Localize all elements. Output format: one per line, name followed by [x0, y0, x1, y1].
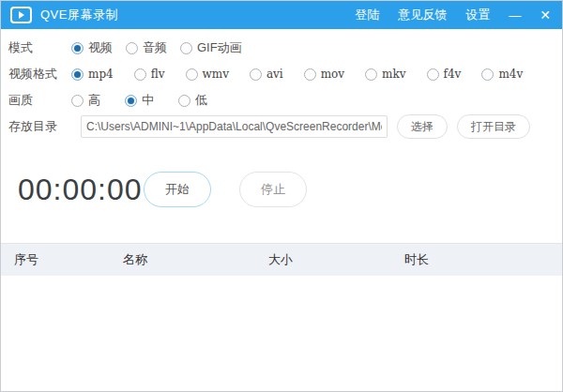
radio-label: 中	[142, 92, 154, 109]
radio-format-mov[interactable]: mov	[304, 68, 344, 81]
radio-label: 高	[88, 92, 100, 109]
titlebar: QVE屏幕录制 登陆 意见反馈 设置 — ✕	[1, 1, 562, 29]
radio-format-wmv[interactable]: wmv	[186, 68, 229, 81]
radio-circle-icon	[304, 68, 316, 81]
main-content: 模式 视频 音频 GIF动画 视频格式	[1, 29, 562, 207]
app-window: QVE屏幕录制 登陆 意见反馈 设置 — ✕ 模式 视频 音频 GIF动画	[0, 0, 563, 392]
login-link[interactable]: 登陆	[355, 7, 379, 23]
column-header-name: 名称	[123, 251, 268, 268]
directory-row: 存放目录 选择 打开目录	[8, 113, 562, 140]
choose-directory-button[interactable]: 选择	[397, 114, 448, 139]
radio-format-mp4[interactable]: mp4	[71, 68, 114, 81]
radio-label: flv	[151, 68, 165, 81]
column-header-index: 序号	[14, 251, 123, 268]
radio-circle-icon	[178, 95, 190, 107]
quality-radio-group: 高 中 低	[71, 92, 232, 109]
play-triangle-icon	[19, 11, 24, 19]
radio-mode-video[interactable]: 视频	[71, 39, 113, 56]
radio-circle-icon	[126, 42, 138, 54]
window-title: QVE屏幕录制	[40, 7, 118, 23]
mode-label: 模式	[8, 39, 71, 56]
stop-button[interactable]: 停止	[239, 172, 307, 207]
radio-circle-icon	[134, 68, 146, 81]
radio-label: 音频	[143, 39, 167, 56]
radio-format-mkv[interactable]: mkv	[365, 68, 405, 81]
radio-label: m4v	[498, 68, 523, 81]
radio-circle-icon	[427, 68, 439, 81]
radio-circle-icon	[180, 42, 192, 54]
quality-row: 画质 高 中 低	[8, 87, 562, 113]
radio-circle-icon	[125, 95, 137, 107]
close-button[interactable]: ✕	[540, 8, 551, 22]
radio-label: 低	[195, 92, 207, 109]
radio-label: f4v	[444, 68, 462, 81]
column-header-duration: 时长	[404, 251, 562, 268]
format-radio-group: mp4 flv wmv avi mov	[71, 68, 543, 81]
radio-label: mkv	[382, 68, 405, 81]
timer-display: 00:00:00	[18, 173, 130, 207]
format-label: 视频格式	[8, 66, 71, 83]
column-header-size: 大小	[268, 251, 404, 268]
start-button[interactable]: 开始	[144, 172, 211, 207]
radio-quality-high[interactable]: 高	[71, 92, 100, 109]
app-logo-play-icon	[10, 7, 32, 23]
radio-circle-icon	[186, 68, 198, 81]
format-row: 视频格式 mp4 flv wmv avi	[8, 61, 562, 87]
radio-circle-icon	[481, 68, 494, 81]
radio-label: 视频	[88, 39, 113, 56]
radio-label: mp4	[88, 68, 114, 81]
radio-format-f4v[interactable]: f4v	[427, 68, 462, 81]
radio-quality-low[interactable]: 低	[178, 92, 207, 109]
radio-label: wmv	[203, 68, 229, 81]
directory-label: 存放目录	[8, 118, 71, 135]
radio-label: avi	[266, 68, 283, 81]
quality-label: 画质	[8, 92, 71, 109]
radio-format-flv[interactable]: flv	[134, 68, 165, 81]
radio-mode-audio[interactable]: 音频	[126, 39, 167, 56]
radio-label: GIF动画	[197, 39, 242, 56]
open-directory-button[interactable]: 打开目录	[457, 114, 530, 139]
radio-circle-icon	[365, 68, 377, 81]
settings-link[interactable]: 设置	[465, 7, 490, 23]
directory-input[interactable]	[81, 115, 388, 138]
radio-circle-icon	[71, 68, 84, 81]
minimize-button[interactable]: —	[509, 9, 521, 22]
radio-quality-medium[interactable]: 中	[125, 92, 154, 109]
recordings-table-body	[1, 276, 562, 392]
mode-row: 模式 视频 音频 GIF动画	[8, 35, 562, 61]
radio-circle-icon	[250, 68, 262, 81]
mode-radio-group: 视频 音频 GIF动画	[71, 39, 255, 56]
feedback-link[interactable]: 意见反馈	[398, 7, 447, 23]
radio-format-m4v[interactable]: m4v	[481, 68, 523, 81]
recordings-table-header: 序号 名称 大小 时长	[1, 243, 562, 276]
recorder-controls: 00:00:00 开始 停止	[8, 172, 562, 207]
radio-mode-gif[interactable]: GIF动画	[180, 39, 242, 56]
radio-format-avi[interactable]: avi	[250, 68, 283, 81]
radio-label: mov	[321, 68, 344, 81]
radio-circle-icon	[71, 95, 84, 107]
radio-circle-icon	[71, 42, 84, 54]
